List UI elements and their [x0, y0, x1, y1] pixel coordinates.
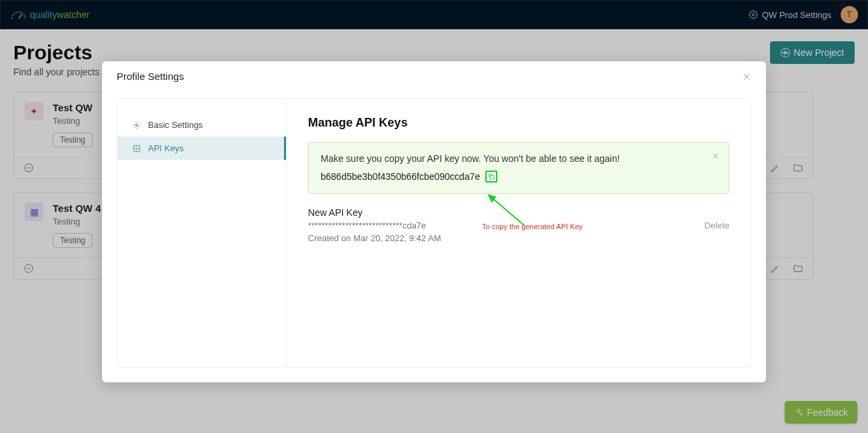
nav-basic-settings[interactable]: Basic Settings [117, 113, 286, 137]
api-key-name: New API Key [308, 207, 441, 218]
api-key-masked: ****************************cda7e [308, 220, 441, 230]
profile-settings-modal: Profile Settings Basic Settings API Keys… [102, 61, 766, 382]
modal-body: Basic Settings API Keys Manage API Keys … [102, 91, 766, 382]
api-icon [132, 144, 141, 153]
api-key-alert: Make sure you copy your API key now. You… [308, 142, 729, 194]
copy-icon [487, 173, 495, 181]
nav-basic-label: Basic Settings [148, 120, 203, 130]
close-icon[interactable] [742, 72, 751, 81]
delete-api-key-link[interactable]: Delete [704, 220, 729, 230]
nav-api-label: API Keys [148, 143, 183, 153]
svg-rect-10 [491, 176, 495, 180]
annotation-text: To copy the generated API Key [482, 222, 583, 230]
svg-point-8 [135, 124, 138, 127]
settings-sidenav: Basic Settings API Keys [117, 99, 287, 367]
settings-container: Basic Settings API Keys Manage API Keys … [117, 98, 751, 368]
nav-api-keys[interactable]: API Keys [117, 137, 286, 160]
api-key-created: Created on Mar 20, 2022, 9:42 AM [308, 233, 441, 243]
content-heading: Manage API Keys [308, 116, 729, 130]
alert-key-row: b686d5be3b0f4350b66fcbe090ccda7e [321, 171, 717, 183]
alert-close-icon[interactable] [711, 152, 719, 160]
modal-title: Profile Settings [117, 71, 184, 82]
copy-api-key-button[interactable] [485, 171, 497, 183]
modal-overlay[interactable]: Profile Settings Basic Settings API Keys… [0, 0, 868, 433]
api-key-value: b686d5be3b0f4350b66fcbe090ccda7e [321, 171, 480, 182]
gear-icon [132, 121, 141, 130]
modal-header: Profile Settings [102, 61, 766, 91]
settings-content: Manage API Keys Make sure you copy your … [287, 99, 751, 367]
alert-message: Make sure you copy your API key now. You… [321, 153, 717, 164]
